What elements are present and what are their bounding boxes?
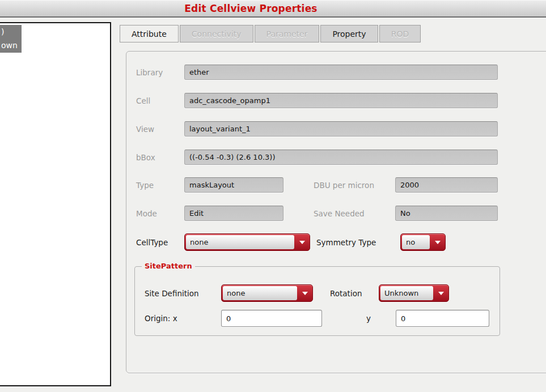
chevron-down-icon [298, 285, 312, 301]
library-label: Library [136, 65, 163, 80]
cellview-list-selected-item[interactable]: ) own [0, 25, 22, 53]
library-field: ether [184, 65, 498, 80]
type-label: Type [136, 177, 154, 193]
origin-y-label: y [366, 310, 371, 327]
site-definition-dropdown[interactable]: none [221, 284, 313, 302]
dbu-per-micron-field: 2000 [395, 177, 498, 193]
chevron-down-icon [295, 234, 310, 250]
mode-label: Mode [136, 206, 157, 221]
rotation-dropdown[interactable]: Unknown [379, 284, 449, 302]
view-label: View [136, 121, 154, 137]
tab-rod: ROD [379, 25, 421, 42]
dialog-title: Edit Cellview Properties [184, 3, 317, 14]
site-definition-dropdown-value: none [223, 286, 297, 300]
selected-item-line2: own [1, 39, 22, 52]
save-needed-field: No [395, 206, 498, 221]
celltype-label: CellType [136, 235, 168, 250]
tab-bar: Attribute Connectivity Parameter Propert… [120, 25, 422, 42]
chevron-down-icon [430, 234, 445, 250]
tab-connectivity: Connectivity [180, 25, 253, 42]
bbox-label: bBox [136, 150, 155, 165]
rotation-dropdown-value: Unknown [380, 286, 433, 300]
tab-parameter: Parameter [255, 25, 320, 42]
cell-label: Cell [136, 93, 150, 108]
bbox-field: ((-0.54 -0.3) (2.6 10.3)) [184, 150, 498, 165]
symmetry-type-dropdown[interactable]: no [400, 233, 446, 251]
dbu-per-micron-label: DBU per micron [314, 177, 374, 193]
type-field: maskLayout [184, 177, 283, 193]
mode-field: Edit [184, 206, 283, 221]
origin-x-label: Origin: x [145, 310, 177, 327]
site-definition-label: Site Definition [145, 285, 199, 302]
site-pattern-title: SitePattern [142, 262, 195, 270]
chevron-down-icon [434, 285, 448, 301]
selected-item-line1: ) [1, 25, 22, 39]
cellview-list-panel[interactable]: ) own [0, 22, 111, 386]
celltype-dropdown-value: none [186, 235, 294, 249]
cell-field: adc_cascode_opamp1 [184, 93, 498, 108]
edit-cellview-properties-dialog: Edit Cellview Properties ) own Attribute… [0, 0, 546, 392]
tab-property[interactable]: Property [320, 25, 378, 42]
celltype-dropdown[interactable]: none [184, 233, 310, 251]
origin-x-input[interactable] [221, 310, 322, 327]
symmetry-type-label: Symmetry Type [316, 235, 376, 250]
symmetry-type-dropdown-value: no [402, 235, 430, 249]
dialog-titlebar: Edit Cellview Properties [0, 0, 546, 18]
view-field: layout_variant_1 [184, 121, 498, 137]
save-needed-label: Save Needed [314, 206, 365, 221]
origin-y-input[interactable] [396, 310, 489, 327]
rotation-label: Rotation [330, 285, 362, 302]
tab-attribute[interactable]: Attribute [120, 25, 179, 42]
